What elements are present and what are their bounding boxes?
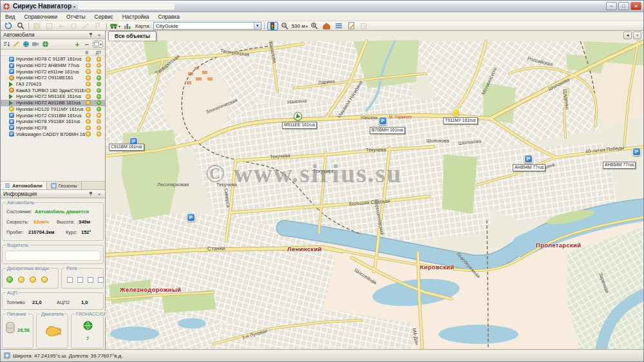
column-fuel: ДТ xyxy=(92,50,105,55)
pin-icon[interactable] xyxy=(88,191,94,197)
vehicle-label: Hyundai HD72 А911ВВ 161rus xyxy=(16,100,86,106)
vehicle-row[interactable]: PHyundai HD78 xyxy=(1,125,105,131)
engine-group: Двигатель xyxy=(36,314,68,348)
tab-scroll-icon[interactable]: ◄ xyxy=(623,32,632,39)
chevron-down-icon[interactable]: ▼ xyxy=(254,23,261,29)
edit-document-button[interactable] xyxy=(346,22,357,30)
glonass-icon xyxy=(83,321,93,332)
menu-item[interactable]: Вид xyxy=(1,14,19,20)
marker-plate-label: АН894М 77rus xyxy=(513,164,545,171)
map-tab-all-objects[interactable]: Все объекты xyxy=(108,31,156,41)
vehicle-row[interactable]: Hyundai HD72 А911ВВ 161rus xyxy=(1,100,105,106)
parking-icon: P xyxy=(9,113,14,118)
map-select[interactable]: CityGuide ▼ xyxy=(153,22,261,30)
menu-item[interactable]: Отчёты xyxy=(62,14,90,20)
vehicle-row[interactable]: Hyundai HD72 М911ЕЕ 161rus xyxy=(1,93,105,100)
refresh-button[interactable] xyxy=(3,22,14,30)
fuel-status-dot xyxy=(97,88,102,93)
mileage-value: 210704.3км xyxy=(28,229,55,235)
relay-checkbox[interactable] xyxy=(77,277,83,283)
pin-icon[interactable] xyxy=(88,32,94,38)
tab-vehicles-label: Автомобили xyxy=(12,183,43,189)
district-label: Железнодорожный xyxy=(120,286,181,293)
stop-icon xyxy=(68,22,79,30)
vehicle-row[interactable]: Hyundai HD120 Т911МУ 161rus xyxy=(1,106,105,113)
map-marker-parking[interactable]: P xyxy=(524,155,533,163)
menu-item[interactable]: Справка xyxy=(154,14,184,20)
globe-icon[interactable] xyxy=(22,41,30,48)
tab-geozones[interactable]: Геозоны xyxy=(47,182,82,189)
filter-dropdown[interactable]: ▾ xyxy=(93,41,103,48)
stop-icon xyxy=(9,75,14,81)
parking-icon: P xyxy=(9,119,14,124)
zoom-level-select[interactable]: 530 м▾ xyxy=(292,23,308,29)
discrete-inputs-group: Дискретные входы xyxy=(2,268,59,289)
state-label: Состояние: xyxy=(6,209,32,214)
remove-vehicle-button[interactable]: − xyxy=(83,41,91,48)
street-label: Таганрогская xyxy=(154,53,181,76)
vehicle-row[interactable]: PHyundai HD78 С 911ВТ 161rus xyxy=(1,56,105,62)
vehicle-row[interactable]: PHyundai HD78 У911ВХ 161rus xyxy=(1,119,105,125)
column-ignition: В xyxy=(82,50,92,55)
vehicle-row[interactable]: Hyundai HD72 О911ВЕ161 xyxy=(1,75,105,81)
menu-bar: ВидСправочникиОтчётыСервисНастройкаСправ… xyxy=(1,12,643,21)
fuel-status-dot xyxy=(97,69,102,74)
minimize-button[interactable]: − xyxy=(606,2,617,10)
camera-icon[interactable] xyxy=(32,41,39,48)
search-icon[interactable] xyxy=(15,22,26,30)
ignition-status-dot xyxy=(86,131,91,137)
map-marker-parking[interactable]: P xyxy=(632,148,641,156)
restore-button[interactable]: □ xyxy=(618,2,629,10)
course-label: Курс: xyxy=(66,229,77,235)
vehicle-row[interactable]: PVolkswagen CADDY В706МН 161rus xyxy=(1,131,105,137)
adc2-label: АЦП2 xyxy=(57,300,70,305)
marker-plate-label: С911ВМ 161rus xyxy=(109,144,144,151)
fuel-status-dot xyxy=(97,63,102,68)
zoom-out-button[interactable] xyxy=(279,22,290,30)
vehicle-row[interactable]: PHyundai HD72 е911не 161rus xyxy=(1,68,105,75)
street-label: Вавилова xyxy=(268,41,278,64)
menu-item[interactable]: Настройка xyxy=(118,14,154,20)
close-panel-icon[interactable]: × xyxy=(96,191,102,197)
tab-close-icon[interactable]: × xyxy=(633,32,641,39)
street-label: Таганрогская xyxy=(220,48,249,57)
map-area[interactable]: © www.sirius.su ТаганрогскаяТаганрогская… xyxy=(106,31,643,349)
add-vehicle-button[interactable]: + xyxy=(73,41,81,48)
close-button[interactable]: × xyxy=(630,2,641,10)
ignition-status-dot xyxy=(86,119,91,124)
chart-button[interactable] xyxy=(122,22,133,30)
map-marker-parking[interactable]: P xyxy=(379,117,387,125)
ignition-status-dot xyxy=(86,75,91,81)
map-marker-idle[interactable] xyxy=(452,108,460,116)
vehicle-row[interactable]: PHyundai HD72 С911ВМ 161rus xyxy=(1,112,105,119)
traffic-light-toggle[interactable] xyxy=(267,22,278,30)
track-icon[interactable] xyxy=(12,41,20,48)
street-label: 1-я Луговая xyxy=(242,328,268,341)
power-value: 28,58 xyxy=(17,327,30,333)
vehicle-label: Hyundai HD72 АН894М 77rus xyxy=(16,62,86,68)
led-indicator xyxy=(30,276,36,283)
vehicle-row[interactable]: КамАЗ TURBO 180 Эдик/С911ЕС 61rus xyxy=(1,87,105,93)
tab-vehicles[interactable]: Автомобили xyxy=(1,182,47,189)
relay-checkbox[interactable] xyxy=(88,277,93,283)
relay-checkbox[interactable] xyxy=(98,277,104,283)
sort-icon[interactable] xyxy=(3,41,10,48)
web-icon[interactable] xyxy=(41,41,49,48)
vehicle-menu-button[interactable]: ▾ xyxy=(109,22,120,30)
battery-icon xyxy=(5,321,15,336)
zoom-in-button[interactable] xyxy=(309,22,320,30)
map-marker-parking[interactable]: P xyxy=(187,213,195,222)
home-button[interactable] xyxy=(321,22,332,30)
info-panel-header: Информация × xyxy=(1,190,105,198)
street-label: Шолохова xyxy=(459,138,482,146)
menu-item[interactable]: Сервис xyxy=(90,14,118,20)
list-button[interactable] xyxy=(334,22,345,30)
vehicle-row[interactable]: PHyundai HD72 АН894М 77rus xyxy=(1,62,105,69)
menu-item[interactable]: Справочники xyxy=(19,14,62,20)
sidebar-tabs: Автомобили Геозоны xyxy=(1,181,105,190)
close-panel-icon[interactable]: × xyxy=(96,32,102,38)
map-combo-label: Карта: xyxy=(135,23,151,29)
vehicle-row[interactable]: ГАЗ 270423 xyxy=(1,81,105,88)
relay-checkbox[interactable] xyxy=(67,277,73,283)
map-marker-moving[interactable] xyxy=(294,112,302,120)
